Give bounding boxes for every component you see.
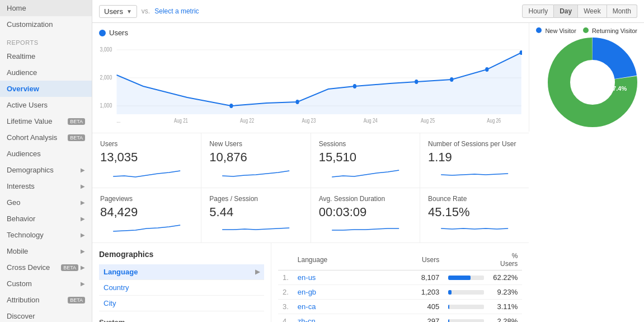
sidebar-item-demographics[interactable]: Demographics ▶ bbox=[0, 162, 92, 178]
beta-badge: BETA bbox=[61, 264, 78, 271]
col-language: Language bbox=[293, 250, 382, 270]
bar-container bbox=[448, 305, 484, 309]
lang-link[interactable]: en-us bbox=[298, 273, 316, 282]
bar-cell bbox=[444, 285, 488, 300]
sidebar-item-label: Discover bbox=[7, 312, 35, 320]
pct-cell: 2.28% bbox=[488, 314, 522, 323]
week-button[interactable]: Week bbox=[578, 4, 607, 18]
main-content: Users ▼ vs. Select a metric Hourly Day W… bbox=[92, 0, 644, 322]
sidebar-item-label: Demographics bbox=[7, 166, 54, 174]
metric-value: 45.15% bbox=[428, 205, 521, 220]
row-num: 3. bbox=[278, 300, 293, 314]
sidebar-item-behavior[interactable]: Behavior ▶ bbox=[0, 211, 92, 227]
demo-item-city[interactable]: City bbox=[99, 296, 264, 311]
sparkline-sessions bbox=[319, 168, 412, 179]
legend-returning-visitor: Returning Visitor bbox=[583, 27, 637, 34]
row-num: 2. bbox=[278, 285, 293, 300]
demo-item-language[interactable]: Language ▶ bbox=[99, 264, 264, 280]
svg-text:77.4%: 77.4% bbox=[609, 85, 627, 92]
line-chart: 3,000 2,000 1,000 ... Aug 21 Aug 22 Aug … bbox=[99, 41, 522, 125]
sidebar-item-mobile[interactable]: Mobile ▶ bbox=[0, 243, 92, 259]
sidebar-item-geo[interactable]: Geo ▶ bbox=[0, 194, 92, 211]
metrics-row-1: Users 13,035 New Users 10,876 Sessions 1… bbox=[92, 133, 529, 188]
col-users: Users bbox=[382, 250, 444, 270]
time-range-buttons: Hourly Day Week Month bbox=[522, 4, 637, 18]
sidebar-item-cohort-analysis[interactable]: Cohort Analysis BETA bbox=[0, 129, 92, 146]
svg-text:22.6%: 22.6% bbox=[579, 71, 596, 78]
metric-pages-per-session: Pages / Session 5.44 bbox=[201, 188, 311, 242]
sidebar-item-label: Geo bbox=[7, 198, 21, 207]
hourly-button[interactable]: Hourly bbox=[522, 4, 554, 18]
svg-point-15 bbox=[295, 100, 299, 104]
sidebar-item-audience[interactable]: Audience bbox=[0, 64, 92, 81]
users-radio-icon[interactable] bbox=[99, 30, 106, 36]
lang-link-cell[interactable]: en-us bbox=[293, 270, 382, 285]
metric-selector-label: Users bbox=[104, 7, 123, 16]
dropdown-arrow-icon: ▼ bbox=[126, 8, 132, 15]
svg-text:2,000: 2,000 bbox=[100, 74, 112, 81]
lang-link[interactable]: en-ca bbox=[298, 302, 316, 311]
sidebar-item-attribution[interactable]: Attribution BETA bbox=[0, 292, 92, 308]
metric-value: 10,876 bbox=[209, 150, 302, 165]
select-metric-link[interactable]: Select a metric bbox=[154, 7, 199, 15]
chevron-icon: ▶ bbox=[81, 216, 85, 222]
row-num: 4. bbox=[278, 314, 293, 323]
sidebar-item-home[interactable]: Home bbox=[0, 0, 92, 16]
metric-label: Number of Sessions per User bbox=[428, 140, 521, 148]
demo-item-country[interactable]: Country bbox=[99, 280, 264, 296]
sidebar-item-overview[interactable]: Overview bbox=[0, 81, 92, 97]
sidebar-item-cross-device[interactable]: Cross Device BETA ▶ bbox=[0, 259, 92, 276]
users-cell: 1,203 bbox=[382, 285, 444, 300]
beta-badge: BETA bbox=[68, 297, 85, 304]
metric-label: Sessions bbox=[319, 140, 412, 148]
sidebar-item-label: Active Users bbox=[7, 101, 48, 109]
table-row: 3. en-ca 405 3.11% bbox=[278, 300, 522, 314]
pie-chart-svg: 77.4% 22.6% bbox=[548, 38, 637, 127]
sidebar-item-discover[interactable]: Discover bbox=[0, 308, 92, 322]
metric-label: Avg. Session Duration bbox=[319, 195, 412, 203]
row-num: 1. bbox=[278, 270, 293, 285]
table-row: 4. zh-cn 297 2.28% bbox=[278, 314, 522, 323]
pie-legend: New Visitor Returning Visitor bbox=[536, 27, 637, 34]
lang-link-cell[interactable]: en-ca bbox=[293, 300, 382, 314]
lang-link[interactable]: zh-cn bbox=[298, 317, 316, 322]
pct-cell: 3.11% bbox=[488, 300, 522, 314]
svg-text:Aug 23: Aug 23 bbox=[302, 118, 316, 124]
metric-value: 84,429 bbox=[100, 205, 193, 220]
metric-sessions-per-user: Number of Sessions per User 1.19 bbox=[420, 133, 529, 188]
day-button[interactable]: Day bbox=[554, 4, 578, 18]
lang-link[interactable]: en-gb bbox=[298, 288, 316, 296]
sidebar-item-interests[interactable]: Interests ▶ bbox=[0, 178, 92, 194]
sidebar-item-realtime[interactable]: Realtime bbox=[0, 48, 92, 64]
bar-container bbox=[448, 319, 484, 323]
svg-point-14 bbox=[229, 104, 233, 108]
sparkline-pageviews bbox=[100, 223, 193, 234]
sidebar-item-customization[interactable]: Customization bbox=[0, 16, 92, 32]
metrics-row-2: Pageviews 84,429 Pages / Session 5.44 Av… bbox=[92, 188, 529, 243]
demographics-title: Demographics bbox=[99, 250, 264, 259]
returning-visitor-label: Returning Visitor bbox=[592, 27, 637, 34]
metric-selector[interactable]: Users ▼ bbox=[99, 5, 137, 18]
bar-fill bbox=[448, 319, 449, 323]
sidebar-item-technology[interactable]: Technology ▶ bbox=[0, 227, 92, 243]
svg-text:Aug 22: Aug 22 bbox=[240, 118, 254, 124]
bar-fill bbox=[448, 276, 471, 280]
language-panel: Language Users % Users 1. en-us 8,107 62… bbox=[271, 243, 529, 322]
arrow-icon: ▶ bbox=[255, 268, 260, 276]
month-button[interactable]: Month bbox=[607, 4, 637, 18]
sidebar-item-active-users[interactable]: Active Users bbox=[0, 97, 92, 113]
svg-text:Aug 21: Aug 21 bbox=[174, 118, 188, 124]
col-num bbox=[278, 250, 293, 270]
metric-label: Users bbox=[100, 140, 193, 148]
lang-link-cell[interactable]: zh-cn bbox=[293, 314, 382, 323]
sidebar-item-label: Customization bbox=[7, 20, 53, 29]
sidebar-item-label: Audiences bbox=[7, 150, 41, 158]
chevron-icon: ▶ bbox=[81, 281, 85, 287]
chart-user-text: Users bbox=[109, 29, 128, 37]
lang-link-cell[interactable]: en-gb bbox=[293, 285, 382, 300]
sidebar-item-lifetime-value[interactable]: Lifetime Value BETA bbox=[0, 113, 92, 129]
metric-label: New Users bbox=[209, 140, 302, 148]
sidebar-item-audiences[interactable]: Audiences bbox=[0, 146, 92, 162]
demo-item-label: City bbox=[104, 299, 116, 307]
sidebar-item-custom[interactable]: Custom ▶ bbox=[0, 276, 92, 292]
